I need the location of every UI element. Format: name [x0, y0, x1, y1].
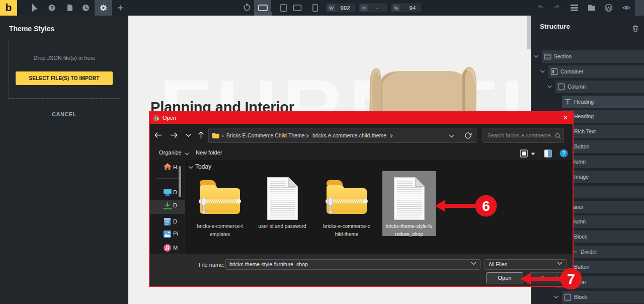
svg-text:6: 6 — [482, 198, 490, 214]
svg-text:992: 992 — [340, 5, 350, 11]
svg-text:94: 94 — [410, 5, 416, 11]
svg-text:?: ? — [50, 6, 53, 11]
svg-text:?: ? — [562, 150, 566, 157]
svg-text:7: 7 — [567, 271, 575, 287]
svg-text:W: W — [329, 5, 334, 11]
svg-text:%: % — [394, 5, 398, 11]
svg-text:H: H — [362, 5, 366, 11]
svg-text:-: - — [376, 5, 378, 11]
